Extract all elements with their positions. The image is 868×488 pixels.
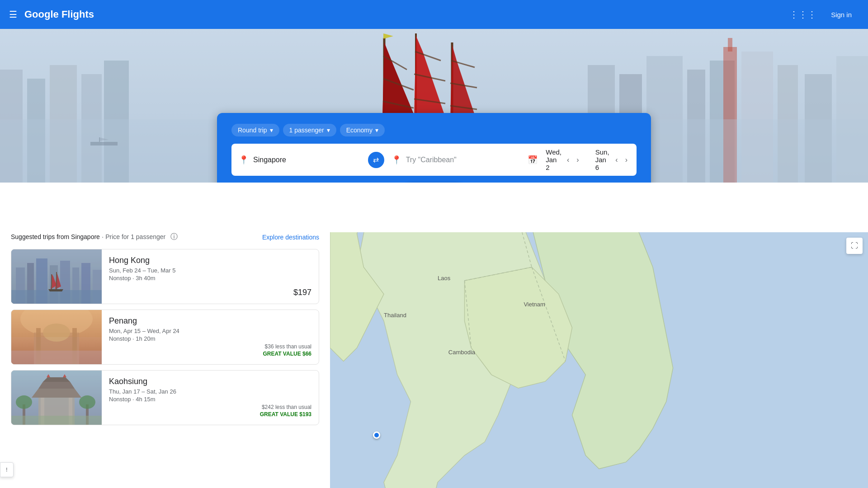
trip-price-section: $242 less than usual GREAT VALUE $193 [109, 404, 311, 418]
trip-type-chevron-icon: ▾ [270, 127, 273, 134]
trip-dates: Thu, Jan 17 – Sat, Jan 26 [109, 388, 311, 395]
trip-badge: GREAT VALUE $66 [109, 351, 311, 357]
price-note: Price for 1 passenger [105, 233, 165, 240]
passengers-label: 1 passenger [289, 127, 324, 134]
search-options: Round trip ▾ 1 passenger ▾ Economy ▾ [231, 124, 637, 136]
hero-section: Round trip ▾ 1 passenger ▾ Economy ▾ 📍 ⇄ [0, 29, 868, 183]
trip-price: $197 [109, 288, 311, 297]
swap-button[interactable]: ⇄ [368, 152, 384, 168]
section-title: Suggested trips from Singapore [11, 233, 100, 240]
cabin-class-button[interactable]: Economy ▾ [340, 124, 385, 136]
passengers-button[interactable]: 1 passenger ▾ [283, 124, 336, 136]
map-svg [330, 232, 868, 488]
explore-destinations-link[interactable]: Explore destinations [262, 234, 319, 241]
map-panel: Laos Thailand Vietnam Cambodia ⛶ Map dat… [330, 232, 868, 488]
info-icon[interactable]: ⓘ [170, 233, 178, 240]
price-note-separator: · [102, 233, 105, 240]
passengers-chevron-icon: ▾ [327, 127, 330, 134]
trip-image-hongkong [11, 249, 102, 304]
destination-field[interactable]: 📍 [384, 150, 521, 169]
trip-flight: Nonstop · 4h 15m [109, 396, 311, 403]
date-field[interactable]: 📅 Wed, Jan 2 ‹ › Sun, Jan 6 ‹ › [520, 144, 637, 176]
date-end-next-button[interactable]: › [623, 154, 629, 166]
date-start-next-button[interactable]: › [575, 154, 580, 166]
svg-rect-65 [11, 351, 102, 364]
expand-icon: ⛶ [851, 242, 858, 250]
section-title-group: Suggested trips from Singapore · Price f… [11, 232, 178, 242]
svg-rect-12 [728, 38, 732, 52]
trip-type-button[interactable]: Round trip ▾ [231, 124, 279, 136]
origin-input[interactable] [253, 156, 361, 164]
date-end-prev-button[interactable]: ‹ [613, 154, 619, 166]
trip-image-kaohsiung [11, 371, 102, 425]
sign-in-button[interactable]: Sign in [824, 7, 859, 22]
main-content: Suggested trips from Singapore · Price f… [0, 232, 868, 488]
header-right: ⋮⋮⋮ Sign in [789, 7, 859, 22]
trip-image-penang [11, 310, 102, 364]
trip-city: Kaohsiung [109, 377, 311, 386]
left-panel: Suggested trips from Singapore · Price f… [0, 232, 330, 488]
trip-type-label: Round trip [238, 127, 267, 134]
trip-badge: GREAT VALUE $193 [109, 411, 311, 418]
app-logo: Google Flights [24, 9, 94, 20]
date-start-prev-button[interactable]: ‹ [565, 154, 571, 166]
destination-location-icon: 📍 [392, 155, 401, 165]
section-header: Suggested trips from Singapore · Price f… [11, 232, 319, 242]
svg-rect-58 [11, 249, 102, 304]
origin-field[interactable]: 📍 [231, 150, 368, 169]
trip-info-penang: Penang Mon, Apr 15 – Wed, Apr 24 Nonstop… [102, 310, 319, 364]
date-end: Sun, Jan 6 [595, 148, 610, 171]
cabin-chevron-icon: ▾ [375, 127, 378, 134]
hamburger-icon[interactable]: ☰ [9, 9, 17, 20]
trip-info-hongkong: Hong Kong Sun, Feb 24 – Tue, Mar 5 Nonst… [102, 249, 319, 304]
svg-rect-81 [11, 371, 102, 425]
trip-city: Penang [109, 316, 311, 326]
trip-card[interactable]: Hong Kong Sun, Feb 24 – Tue, Mar 5 Nonst… [11, 249, 319, 304]
swap-icon: ⇄ [373, 155, 379, 164]
origin-location-icon: 📍 [239, 155, 249, 165]
trip-card[interactable]: Penang Mon, Apr 15 – Wed, Apr 24 Nonstop… [11, 310, 319, 365]
trip-discount: $242 less than usual [109, 404, 311, 410]
svg-rect-66 [11, 310, 102, 337]
trip-price-section: $197 [109, 288, 311, 297]
logo-google: Google [24, 9, 59, 20]
destination-input[interactable] [406, 156, 514, 164]
search-fields: 📍 ⇄ 📍 📅 Wed, Jan 2 ‹ › Sun, Jan 6 ‹ [231, 144, 637, 176]
date-start: Wed, Jan 2 [546, 148, 561, 171]
feedback-button[interactable]: ! [0, 462, 14, 477]
search-panel: Round trip ▾ 1 passenger ▾ Economy ▾ 📍 ⇄ [217, 113, 651, 183]
trip-card[interactable]: Kaohsiung Thu, Jan 17 – Sat, Jan 26 Nons… [11, 370, 319, 425]
cabin-class-label: Economy [346, 127, 373, 134]
header-left: ☰ Google Flights [9, 9, 94, 20]
logo-flights: Flights [61, 9, 94, 20]
trip-info-kaohsiung: Kaohsiung Thu, Jan 17 – Sat, Jan 26 Nons… [102, 371, 319, 425]
trip-dates: Sun, Feb 24 – Tue, Mar 5 [109, 267, 311, 274]
trip-flight: Nonstop · 1h 20m [109, 335, 311, 342]
trip-price-section: $36 less than usual GREAT VALUE $66 [109, 343, 311, 358]
header: ☰ Google Flights ⋮⋮⋮ Sign in [0, 0, 868, 29]
trip-flight: Nonstop · 3h 40m [109, 275, 311, 282]
trip-city: Hong Kong [109, 256, 311, 265]
trip-dates: Mon, Apr 15 – Wed, Apr 24 [109, 328, 311, 334]
feedback-icon: ! [6, 466, 8, 473]
grid-icon[interactable]: ⋮⋮⋮ [789, 9, 816, 20]
map-expand-button[interactable]: ⛶ [846, 238, 863, 254]
calendar-icon: 📅 [528, 155, 538, 165]
trip-discount: $36 less than usual [109, 343, 311, 350]
